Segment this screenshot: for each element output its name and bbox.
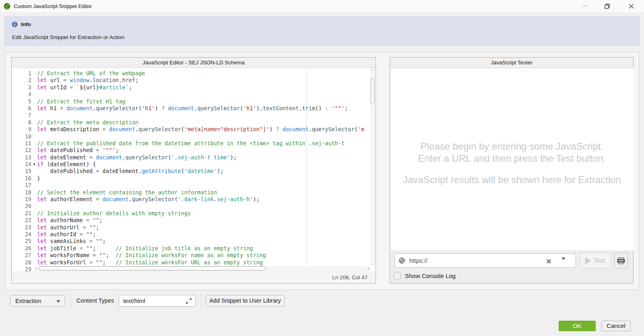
fold-gutter — [31, 126, 37, 133]
bottom-toolbar: Extraction Content Types text/html Add S… — [0, 295, 644, 307]
tester-placeholder-line: Enter a URL and then press the Test butt… — [418, 153, 606, 165]
cursor-position: Ln 206, Col 47 — [332, 274, 367, 280]
window-title: Custom JavaScript Snippet Editor — [14, 3, 92, 9]
line-number: 25 — [12, 238, 31, 245]
cancel-button[interactable]: Cancel — [601, 321, 631, 331]
expand-icon[interactable] — [186, 298, 192, 304]
line-number: 21 — [12, 210, 31, 217]
line-number: 10 — [12, 133, 31, 140]
fold-gutter — [31, 140, 37, 147]
fold-gutter — [31, 217, 37, 224]
line-number: 9 — [12, 126, 31, 133]
fold-gutter — [31, 84, 37, 91]
line-number: 28 — [12, 259, 31, 266]
fold-arrow-icon[interactable]: ▼ — [31, 161, 37, 168]
ok-button[interactable]: OK — [559, 321, 596, 331]
fold-gutter — [31, 252, 37, 259]
vertical-scrollbar[interactable]: ˄ — [370, 69, 375, 266]
snippet-type-select[interactable]: Extraction — [10, 295, 65, 307]
minimize-icon — [582, 6, 587, 6]
code-editor[interactable]: 1// Extract the URL of the webpage2let u… — [12, 68, 376, 272]
line-number: 16 — [12, 175, 31, 182]
show-console-checkbox[interactable] — [394, 272, 401, 279]
code-line: 6let h1 = document.querySelector('h1') ?… — [12, 105, 364, 112]
fold-gutter — [31, 133, 37, 140]
clear-url-icon[interactable] — [546, 258, 551, 266]
editor-status-bar: Ln 206, Col 47 — [12, 272, 376, 283]
fold-gutter — [31, 77, 37, 84]
fold-gutter — [31, 189, 37, 196]
tester-placeholder-line: Please begin by entering some JavaScript… — [421, 140, 604, 153]
content-types-input[interactable]: text/html — [119, 295, 196, 307]
line-number: 2 — [12, 77, 31, 84]
fold-gutter — [31, 231, 37, 238]
code-line: 5// Extract the first H1 tag — [12, 98, 364, 105]
restore-icon — [605, 4, 610, 9]
scroll-up-icon[interactable]: ˄ — [371, 69, 374, 74]
show-console-label[interactable]: Show Console Log — [405, 272, 456, 279]
code-line: 22let authorName = ""; — [12, 217, 364, 224]
fold-gutter — [31, 238, 37, 245]
fold-gutter — [31, 259, 37, 266]
scroll-left-icon[interactable]: ‹ — [35, 266, 36, 271]
fold-gutter — [31, 119, 37, 126]
code-line: 24let authorId = ""; — [12, 231, 364, 238]
banner-title: Info — [21, 21, 31, 27]
vertical-scroll-thumb[interactable] — [371, 78, 374, 104]
code-line: 3let urlId = `${url}#article`; — [12, 84, 364, 91]
code-line: 14▼if (dateElement) { — [12, 161, 364, 168]
fold-gutter — [31, 70, 37, 77]
fold-gutter — [31, 168, 37, 175]
snippet-type-value: Extraction — [15, 298, 41, 304]
fold-gutter — [31, 245, 37, 252]
code-line: 23let authorUrl = ""; — [12, 224, 364, 231]
fold-gutter — [31, 203, 37, 210]
line-number: 14 — [12, 161, 31, 168]
minimize-button[interactable] — [576, 0, 593, 12]
horizontal-scrollbar[interactable]: ‹ › — [35, 266, 370, 271]
maximize-button[interactable] — [598, 0, 616, 12]
select-caret-icon — [56, 300, 60, 303]
browser-globe-icon — [617, 256, 625, 265]
code-line: 8// Extract the meta description — [12, 119, 364, 126]
line-number: 7 — [12, 112, 31, 119]
snippet-editor-window: Custom JavaScript Snippet Editor Info Ed… — [0, 0, 644, 336]
line-number: 22 — [12, 217, 31, 224]
line-number: 15 — [12, 168, 31, 175]
code-line: 12let datePublished = '""'; — [12, 147, 364, 154]
open-browser-button[interactable] — [614, 253, 628, 268]
editor-header: JavaScript Editor - SEJ JSON-LD Schema — [12, 58, 376, 68]
code-line: 19let authorElement = document.querySele… — [12, 196, 364, 203]
url-input[interactable]: https:// — [394, 254, 576, 268]
fold-gutter — [31, 224, 37, 231]
code-line: 7 — [12, 112, 364, 119]
app-icon — [4, 3, 10, 10]
fold-gutter — [31, 175, 37, 182]
add-snippet-button[interactable]: Add Snippet to User Library — [206, 295, 285, 307]
code-line: 18// Select the element containing the a… — [12, 189, 364, 196]
title-bar: Custom JavaScript Snippet Editor — [0, 0, 644, 12]
line-number: 18 — [12, 189, 31, 196]
horizontal-scroll-thumb[interactable] — [39, 266, 266, 270]
code-line: 27let worksForName = ""; // Initialize w… — [12, 252, 364, 259]
code-line: 17 — [12, 182, 364, 189]
editor-panel: JavaScript Editor - SEJ JSON-LD Schema 1… — [11, 57, 376, 284]
code-line: 2let url = window.location.href; — [12, 77, 364, 84]
close-button[interactable] — [622, 0, 640, 12]
line-number: 3 — [12, 84, 31, 91]
line-number: 1 — [12, 70, 31, 77]
fold-gutter — [31, 98, 37, 105]
code-line: 1// Extract the URL of the webpage — [12, 70, 364, 77]
line-number: 8 — [12, 119, 31, 126]
url-placeholder: https:// — [409, 257, 427, 264]
scroll-right-icon[interactable]: › — [368, 266, 369, 271]
code-line: 9let metaDescription = document.querySel… — [12, 126, 364, 133]
line-number: 5 — [12, 98, 31, 105]
tester-placeholder-line: JavaScript results will be shown here fo… — [403, 174, 621, 186]
fold-gutter — [31, 91, 37, 98]
fold-gutter — [31, 105, 37, 112]
url-dropdown-icon[interactable] — [561, 260, 566, 267]
test-button[interactable]: Test — [580, 253, 611, 268]
tester-panel: JavaScript Tester Please begin by enteri… — [390, 57, 634, 284]
line-number: 4 — [12, 91, 31, 98]
